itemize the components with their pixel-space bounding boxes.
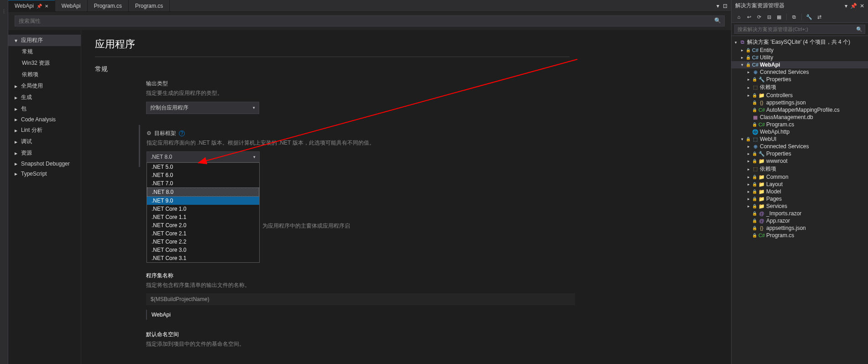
- lock-icon: 🔒: [746, 48, 751, 52]
- tree-item[interactable]: ▸⊕Connected Services: [732, 143, 868, 150]
- assembly-name-value[interactable]: $(MSBuildProjectName): [146, 293, 575, 305]
- sidebar-item[interactable]: ▸调试: [8, 136, 81, 147]
- framework-option[interactable]: .NET Core 3.0: [147, 246, 259, 254]
- tree-item[interactable]: ▸🔒🔧Properties: [732, 76, 868, 83]
- back-icon[interactable]: ↩: [745, 13, 753, 21]
- preview-icon[interactable]: ⇄: [816, 13, 823, 21]
- tree-item[interactable]: ▸🔒📁Controllers: [732, 92, 868, 99]
- help-icon[interactable]: ?: [179, 130, 185, 136]
- home-icon[interactable]: ⌂: [735, 13, 743, 21]
- tree-item[interactable]: 🔒C#Program.cs: [732, 121, 868, 128]
- tree-item[interactable]: ▸🔒📁Model: [732, 188, 868, 195]
- tree-item[interactable]: 🌐WebApi.http: [732, 128, 868, 135]
- maximize-icon[interactable]: ⊡: [723, 3, 727, 9]
- solution-node[interactable]: ▾⧉解决方案 'EasySQLite' (4 个项目，共 4 个): [732, 38, 868, 47]
- search-icon[interactable]: 🔍: [856, 26, 863, 32]
- tree-item[interactable]: 🔒C#Program.cs: [732, 232, 868, 239]
- tree-item[interactable]: 🔒C#AutoMapperMappingProfile.cs: [732, 106, 868, 114]
- sidebar-item[interactable]: Win32 资源: [8, 57, 81, 69]
- tree-item[interactable]: 🔒@_Imports.razor: [732, 210, 868, 217]
- sidebar-item[interactable]: ▸全局使用: [8, 80, 81, 92]
- lock-icon: 🔒: [746, 55, 751, 60]
- framework-option[interactable]: .NET 7.0: [147, 179, 259, 187]
- target-framework-dropdown[interactable]: .NET 5.0.NET 6.0.NET 7.0.NET 8.0.NET 9.0…: [146, 162, 260, 263]
- framework-option[interactable]: .NET Core 3.1: [147, 254, 259, 262]
- search-icon[interactable]: 🔍: [714, 17, 721, 24]
- sidebar-item[interactable]: 依赖项: [8, 69, 81, 80]
- framework-option[interactable]: .NET 5.0: [147, 163, 259, 171]
- assembly-name-label: 程序集名称: [146, 272, 575, 280]
- collapse-icon[interactable]: ⊟: [765, 13, 773, 21]
- framework-option[interactable]: .NET Core 2.1: [147, 229, 259, 238]
- close-icon[interactable]: ✕: [860, 3, 864, 9]
- node-icon: @: [758, 218, 765, 224]
- tree-item[interactable]: ▸🔒📁Services: [732, 203, 868, 210]
- tree-item[interactable]: ▸🔒C#Utility: [732, 54, 868, 61]
- node-icon: 📁: [758, 203, 765, 209]
- pin-icon[interactable]: 📌: [37, 4, 42, 9]
- tree-item[interactable]: ▸🔒📁Layout: [732, 181, 868, 188]
- chevron-down-icon[interactable]: ▾: [845, 3, 847, 9]
- framework-option[interactable]: .NET 9.0: [147, 197, 259, 205]
- default-namespace-label: 默认命名空间: [146, 331, 575, 338]
- property-search-input[interactable]: [15, 16, 725, 26]
- node-icon: ▦: [752, 114, 758, 120]
- output-type-desc: 指定要生成的应用程序的类型。: [146, 89, 575, 97]
- properties-icon[interactable]: 🔧: [805, 13, 813, 21]
- sidebar-item[interactable]: ▸Lint 分析: [8, 125, 81, 136]
- lock-icon: 🔒: [752, 233, 757, 238]
- tree-item[interactable]: ▸⬚依赖项: [732, 83, 868, 92]
- node-icon: 🔧: [758, 151, 765, 157]
- target-framework-desc: 指定应用程序面向的 .NET 版本。根据计算机上安装的 .NET 版本，此选项可…: [146, 139, 577, 147]
- tree-item[interactable]: ▸🔒🔧Properties: [732, 150, 868, 157]
- close-icon[interactable]: ✕: [45, 4, 48, 9]
- tree-item[interactable]: 🔒{}appsettings.json: [732, 99, 868, 106]
- editor-tab[interactable]: WebApi: [55, 0, 88, 11]
- framework-option[interactable]: .NET Core 1.0: [147, 205, 259, 213]
- tree-item[interactable]: 🔒{}appsettings.json: [732, 224, 868, 232]
- node-icon: {}: [758, 100, 765, 105]
- framework-option[interactable]: .NET 8.0: [147, 187, 259, 197]
- solution-tree[interactable]: ▾⧉解决方案 'EasySQLite' (4 个项目，共 4 个)▸🔒C#Ent…: [732, 36, 868, 364]
- framework-option[interactable]: .NET Core 2.2: [147, 238, 259, 246]
- overflow-icon[interactable]: ▾: [716, 3, 719, 9]
- editor-tab[interactable]: WebApi📌✕: [8, 0, 55, 11]
- target-framework-label: ⚙ 目标框架 ?: [146, 130, 577, 137]
- tree-item[interactable]: ▸🔒📁Common: [732, 173, 868, 181]
- tree-item[interactable]: ▸⊕Connected Services: [732, 68, 868, 76]
- sidebar-item[interactable]: ▸TypeScript: [8, 169, 81, 179]
- tree-item[interactable]: ▸🔒C#Entity: [732, 47, 868, 54]
- sidebar-item[interactable]: ▸资源: [8, 147, 81, 159]
- left-tool-rail[interactable]: ⋯: [0, 0, 8, 364]
- editor-tab[interactable]: Program.cs: [88, 0, 129, 11]
- show-all-icon[interactable]: ▦: [775, 13, 783, 21]
- node-icon: 📁: [758, 189, 765, 195]
- rail-icon[interactable]: ⋯: [1, 9, 6, 14]
- node-icon: 📁: [758, 182, 765, 187]
- tree-item[interactable]: ▸🔒📁Pages: [732, 195, 868, 203]
- sidebar-item[interactable]: ▾应用程序: [8, 35, 81, 46]
- editor-tab[interactable]: Program.cs: [129, 0, 170, 11]
- tree-item[interactable]: ▦ClassManagement.db: [732, 114, 868, 121]
- tree-item[interactable]: ▾🔒⬚WebUI: [732, 135, 868, 143]
- framework-option[interactable]: .NET 6.0: [147, 171, 259, 179]
- pin-icon[interactable]: 📌: [850, 3, 857, 9]
- framework-option[interactable]: .NET Core 2.0: [147, 221, 259, 229]
- divider: [95, 57, 570, 57]
- view-icon[interactable]: ⧉: [790, 13, 798, 21]
- target-framework-select[interactable]: .NET 8.0▾: [146, 151, 260, 162]
- tree-item[interactable]: ▸🔒📁wwwroot: [732, 157, 868, 165]
- tree-item[interactable]: ▾🔒C#WebApi: [732, 61, 868, 68]
- tree-item[interactable]: 🔒@App.razor: [732, 217, 868, 224]
- solution-search-input[interactable]: [734, 25, 865, 34]
- sidebar-item[interactable]: 常规: [8, 46, 81, 57]
- sync-icon[interactable]: ⟳: [755, 13, 763, 21]
- sidebar-item[interactable]: ▸Code Analysis: [8, 114, 81, 125]
- sidebar-item[interactable]: ▸包: [8, 103, 81, 114]
- framework-option[interactable]: .NET Core 1.1: [147, 213, 259, 221]
- sidebar-item[interactable]: ▸Snapshot Debugger: [8, 159, 81, 169]
- sidebar-item[interactable]: ▸生成: [8, 92, 81, 103]
- output-type-select[interactable]: 控制台应用程序▾: [146, 102, 259, 114]
- tree-item[interactable]: ▸⬚依赖项: [732, 165, 868, 173]
- node-icon: ⬚: [752, 84, 758, 90]
